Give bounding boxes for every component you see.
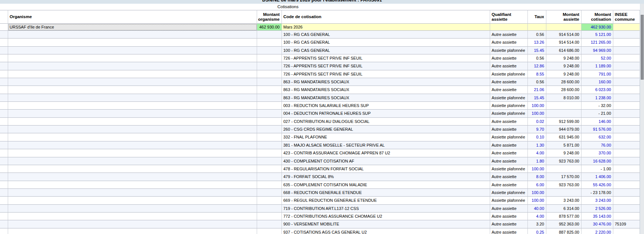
header-qualifiant-assiette[interactable]: Qualifiant assiette	[490, 10, 528, 24]
table-row[interactable]: 863 - RG MANDATAIRES SOCIAUXAutre assiet…	[0, 78, 640, 86]
cell-taux[interactable]: 15.45	[528, 47, 546, 54]
cell-montant-cotisation[interactable]: 370.00	[581, 149, 613, 157]
cell-organisme	[8, 133, 257, 141]
cell-montant-cotisation[interactable]: 1 189.00	[581, 62, 613, 70]
cell-montant-cotisation[interactable]: 52.00	[581, 54, 613, 62]
cell-taux[interactable]: 4.00	[528, 213, 546, 220]
cell-taux[interactable]: 0.25	[528, 228, 546, 234]
cell-montant-cotisation[interactable]: 146.00	[581, 118, 613, 126]
cell-montant-cotisation[interactable]: 2 526.00	[581, 205, 613, 213]
cell-montant-organisme	[257, 102, 282, 110]
cell-taux[interactable]: 15.45	[528, 94, 546, 102]
cell-code: 381 - MAJO ALSACE MOSELLE - SECTEUR PRIV…	[282, 141, 490, 149]
table-row[interactable]: 668 - REDUCTION GENERALE ETENDUEAssiette…	[0, 189, 640, 197]
cell-montant-cotisation[interactable]: 5 121.00	[581, 31, 613, 39]
header-insee-commune[interactable]: INSEE commune	[613, 10, 640, 24]
cell-taux[interactable]: 13.26	[528, 39, 546, 46]
cell-montant-cotisation[interactable]: 160.00	[581, 78, 613, 86]
cell-taux[interactable]: 4.00	[528, 149, 546, 157]
cell-montant-cotisation[interactable]: 1 406.00	[581, 173, 613, 181]
cell-taux[interactable]: 8.00	[528, 173, 546, 181]
table-row[interactable]: 100 - RG CAS GENERALAutre assiette0.5691…	[0, 31, 640, 39]
header-organisme[interactable]: Organisme	[8, 10, 257, 24]
cell-qualifiant: Autre assiette	[490, 220, 528, 228]
cell-montant-cotisation[interactable]: 35 143.00	[581, 213, 613, 220]
cell-montant-cotisation[interactable]: 91 576.00	[581, 126, 613, 133]
cell-montant-cotisation[interactable]: 6 023.00	[581, 86, 613, 94]
cell-montant-cotisation[interactable]: 55 426.00	[581, 181, 613, 189]
cell-taux[interactable]: 9.70	[528, 126, 546, 133]
table-row[interactable]: 100 - RG CAS GENERALAssiette plafonnée15…	[0, 47, 640, 54]
cell-montant-cotisation[interactable]: 791.00	[581, 70, 613, 78]
cell-taux[interactable]: 8.55	[528, 70, 546, 78]
cell-taux[interactable]: 100.00	[528, 165, 546, 173]
cell-taux[interactable]: 0.10	[528, 133, 546, 141]
header-code-cotisation[interactable]: Code de cotisation	[282, 10, 490, 24]
section-title-band: Cotisations	[0, 4, 640, 10]
table-row[interactable]: 726 - APPRENTIS SECT PRIVE INF SEUILAssi…	[0, 70, 640, 78]
table-row[interactable]: 772 - CONTRIBUTIONS ASSURANCE CHOMAGE U2…	[0, 213, 640, 220]
table-row[interactable]: 332 - FNAL PLAFONNEAssiette plafonnée0.1…	[0, 133, 640, 141]
scrollbar-thumb[interactable]	[641, 15, 644, 80]
row-spacer	[0, 86, 8, 94]
table-row[interactable]: 381 - MAJO ALSACE MOSELLE - SECTEUR PRIV…	[0, 141, 640, 149]
table-row[interactable]: 863 - RG MANDATAIRES SOCIAUXAutre assiet…	[0, 86, 640, 94]
table-row[interactable]: 430 - COMPLEMENT COTISATION AFAutre assi…	[0, 157, 640, 165]
cell-montant-cotisation[interactable]: 121 265.00	[581, 39, 613, 46]
cell-taux[interactable]: 100.00	[528, 189, 546, 197]
cell-taux[interactable]: 100.00	[528, 197, 546, 204]
cell-taux[interactable]: 100.00	[528, 110, 546, 117]
summary-montant-cotisation-cell[interactable]: 462 930.00	[581, 24, 613, 31]
cell-taux[interactable]: 100.00	[528, 102, 546, 110]
cell-montant-cotisation[interactable]: 94 969.00	[581, 47, 613, 54]
table-row[interactable]: 479 - FORFAIT SOCIAL 8%Autre assiette8.0…	[0, 173, 640, 181]
header-montant-assiette[interactable]: Montant assiette	[546, 10, 581, 24]
cell-insee	[613, 110, 640, 117]
table-row[interactable]: 900 - VERSEMENT MOBILITEAutre assiette3.…	[0, 220, 640, 228]
cell-montant-cotisation[interactable]: 2 220.00	[581, 228, 613, 234]
cell-insee	[613, 213, 640, 220]
table-row[interactable]: 669 - REGUL REDUCTION GENERALE ETENDUEAs…	[0, 197, 640, 204]
header-montant-organisme[interactable]: Montant organisme	[257, 10, 282, 24]
table-row[interactable]: 004 - DEDUCTION PATRONALE HEURES SUPAssi…	[0, 110, 640, 117]
header-taux[interactable]: Taux	[528, 10, 546, 24]
cell-insee: 75109	[613, 220, 640, 228]
table-row[interactable]: 478 - REGULARISATION FORFAIT SOCIALAssie…	[0, 165, 640, 173]
cell-taux[interactable]: 0.02	[528, 118, 546, 126]
table-row[interactable]: 863 - RG MANDATAIRES SOCIAUXAssiette pla…	[0, 94, 640, 102]
table-row[interactable]: 937 - COTISATIONS AGS CAS GENERAL U2Autr…	[0, 228, 640, 234]
cell-qualifiant: Autre assiette	[490, 118, 528, 126]
cell-montant-cotisation[interactable]: 632.00	[581, 133, 613, 141]
table-row[interactable]: 027 - CONTRIBUTION AU DIALOGUE SOCIALAut…	[0, 118, 640, 126]
table-row[interactable]: 100 - RG CAS GENERALAutre assiette13.269…	[0, 39, 640, 46]
table-row[interactable]: 719 - CONTRIBUTION ART.L137-12 CSSAutre …	[0, 205, 640, 213]
summary-organisme-cell[interactable]: URSSAF d'Ile de France	[8, 24, 257, 31]
cell-montant-cotisation[interactable]: 76.00	[581, 141, 613, 149]
cell-taux[interactable]: 12.86	[528, 62, 546, 70]
table-row[interactable]: 726 - APPRENTIS SECT PRIVE INF SEUILAutr…	[0, 62, 640, 70]
vertical-scrollbar[interactable]	[640, 4, 644, 234]
cell-montant-organisme	[257, 189, 282, 197]
cell-montant-cotisation[interactable]: 3 243.00	[581, 197, 613, 204]
cell-taux[interactable]: 1.30	[528, 141, 546, 149]
summary-row[interactable]: URSSAF d'Ile de France 462 930.00 Mars 2…	[0, 24, 640, 31]
table-row[interactable]: 635 - COMPLEMENT COTISATION MALADIEAutre…	[0, 181, 640, 189]
cell-montant-assiette: 9 248.00	[546, 62, 581, 70]
table-row[interactable]: 726 - APPRENTIS SECT PRIVE INF SEUILAutr…	[0, 54, 640, 62]
row-spacer	[0, 220, 8, 228]
table-row[interactable]: 003 - REDUCTION SALARIALE HEURES SUPAssi…	[0, 102, 640, 110]
table-row[interactable]: 260 - CSG CRDS REGIME GENERALAutre assie…	[0, 126, 640, 133]
cell-montant-assiette: 914 514.00	[546, 39, 581, 46]
cell-montant-cotisation[interactable]: 1 238.00	[581, 94, 613, 102]
header-montant-cotisation[interactable]: Montant cotisation	[581, 10, 613, 24]
cell-montant-cotisation[interactable]: 30 476.00	[581, 220, 613, 228]
cell-montant-cotisation: - 1.00	[581, 165, 613, 173]
table-row[interactable]: 423 - CONTRIB ASSURANCE CHOMAGE APPREN 8…	[0, 149, 640, 157]
cell-taux[interactable]: 6.00	[528, 181, 546, 189]
cell-taux[interactable]: 40.00	[528, 205, 546, 213]
cell-montant-cotisation[interactable]: 16 628.00	[581, 157, 613, 165]
cell-taux[interactable]: 1.80	[528, 157, 546, 165]
cell-taux[interactable]: 21.06	[528, 86, 546, 94]
cell-insee	[613, 133, 640, 141]
cell-code: 863 - RG MANDATAIRES SOCIAUX	[282, 78, 490, 86]
